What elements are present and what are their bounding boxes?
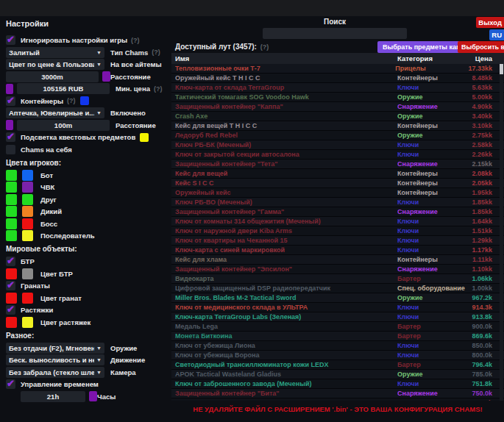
loot-row[interactable]: Тепловизионные очки Т-7Прицелы17.33kk	[171, 64, 504, 74]
loot-row[interactable]: Ключ от медицинского склада в УЛЬТРАКлюч…	[171, 303, 504, 312]
color-swatch[interactable]	[6, 194, 17, 205]
dropdown[interactable]: Беск. выносливость и нет уста▼	[6, 354, 104, 365]
loot-row[interactable]: Ключ-картаКлючи750.0k	[171, 398, 504, 401]
loot-row[interactable]: Ключ-карта с синей маркировкойКлючи1.17k…	[171, 246, 504, 255]
color-swatch[interactable]	[6, 120, 13, 130]
dropdown-value: Залитый	[9, 49, 40, 57]
loot-row[interactable]: Цифровой защищенный DSP радиопередатчикС…	[171, 284, 504, 293]
loot-row[interactable]: Кейс S I C CКонтейнеры2.05kk	[171, 179, 504, 188]
dropdown[interactable]: Цвет по цене & Пользователь▼	[6, 59, 104, 70]
setting-row: Босс	[6, 218, 172, 229]
checkbox[interactable]	[6, 145, 15, 154]
language-button[interactable]: RU	[489, 29, 504, 40]
settings-rows: ✔Игнорировать настройки игры(?)Залитый▼Т…	[6, 35, 172, 402]
drop-all-button[interactable]: Выбросить все	[458, 41, 504, 53]
exit-button[interactable]: Выход	[476, 17, 504, 28]
checkbox[interactable]: ✔	[6, 257, 15, 266]
loot-row[interactable]: Ключ от наружной двери Kiba ArmsКлючи1.5…	[171, 226, 504, 236]
color-swatch[interactable]	[6, 84, 13, 94]
setting-label: Цвет растяжек	[40, 318, 90, 326]
loot-row[interactable]: Защищенный контейнер "Гамма"Снаряжение1.…	[171, 207, 504, 217]
loot-row[interactable]: Защищенный контейнер "Бита"Снаряжение750…	[171, 389, 504, 398]
text-input[interactable]: 100m	[17, 120, 110, 131]
color-swatch[interactable]	[140, 133, 149, 142]
loot-row[interactable]: Кейс для вещей T H I C CКонтейнеры3.10kk	[171, 121, 504, 131]
loot-row[interactable]: Ключ РБ-БК (Меченый)Ключи2.58kk	[171, 140, 504, 150]
loot-row[interactable]: Ледоруб Red RebelОружие2.75kk	[171, 131, 504, 140]
table-scrollbar[interactable]	[500, 64, 503, 401]
color-swatch[interactable]	[22, 218, 33, 229]
color-swatch[interactable]	[6, 317, 17, 328]
loot-name: Ключ-карта от склада TerraGroup	[171, 84, 397, 91]
loot-row[interactable]: Ключ от комнаты 314 общежития (Меченый)К…	[171, 217, 504, 226]
dropdown[interactable]: Аптечка, Ювелирные и...▼	[6, 107, 104, 118]
checkbox[interactable]: ✔	[6, 379, 15, 389]
loot-row[interactable]: Защищенный контейнер "Эпсилон"Снаряжение…	[171, 265, 504, 274]
loot-category: Оружие	[397, 294, 471, 301]
loot-name: Защищенный контейнер "Каппа"	[171, 103, 397, 110]
loot-row[interactable]: APOK Tactical Wasteland GladiusОружие785…	[171, 370, 504, 379]
scrollbar-thumb[interactable]	[500, 64, 503, 74]
text-input[interactable]: 3000m	[6, 71, 99, 82]
loot-row[interactable]: Miller Bros. Blades M-2 Tactical SwordОр…	[171, 293, 504, 303]
color-swatch[interactable]	[22, 194, 33, 205]
color-swatch[interactable]	[22, 268, 33, 279]
checkbox[interactable]: ✔	[6, 305, 15, 315]
loot-row[interactable]: Светодиодный трансиллюминатор кожи LEDXБ…	[171, 360, 504, 370]
loot-row[interactable]: Тактический томагавк SOG Voodoo HawkОруж…	[171, 93, 504, 102]
dropdown[interactable]: Без отдачи (F2), Мгновенное п▼	[6, 343, 104, 354]
loot-row[interactable]: Оружейный кейсКонтейнеры1.95kk	[171, 188, 504, 198]
loot-row[interactable]: Ключ-карта от склада TerraGroupКлючи5.63…	[171, 83, 504, 93]
loot-row[interactable]: Ключ от заброшенного завода (Меченый)Клю…	[171, 379, 504, 389]
loot-row[interactable]: Защищенный контейнер "Тета"Снаряжение2.1…	[171, 160, 504, 169]
loot-row[interactable]: Защищенный контейнер "Каппа"Снаряжение4.…	[171, 102, 504, 112]
color-swatch[interactable]	[80, 96, 89, 105]
loot-row[interactable]: ВидеокартаБартер1.06kk	[171, 274, 504, 284]
checkbox[interactable]: ✔	[6, 96, 15, 106]
color-swatch[interactable]	[22, 182, 33, 193]
search-input[interactable]	[263, 28, 407, 39]
column-header-price[interactable]: Цена	[471, 54, 504, 62]
color-swatch[interactable]	[6, 182, 17, 193]
loot-row[interactable]: Кейс для хламаКонтейнеры1.11kk	[171, 255, 504, 265]
dropdown[interactable]: Залитый▼	[6, 47, 104, 58]
color-swatch[interactable]	[89, 391, 97, 401]
checkbox[interactable]: ✔	[6, 132, 15, 142]
color-swatch[interactable]	[22, 293, 33, 304]
setting-row: Chams на себя	[6, 144, 172, 155]
loot-row[interactable]: Ключ от убежища ЛионаКлючи850.0k	[171, 341, 504, 351]
loot-row[interactable]: Ключ РБ-ВО (Меченый)Ключи1.85kk	[171, 198, 504, 207]
color-swatch[interactable]	[6, 218, 17, 229]
loot-row[interactable]: Медаль LegaБартер900.0k	[171, 322, 504, 332]
loot-row[interactable]: Ключ-карта TerraGroup Labs (Зеленая)Ключ…	[171, 312, 504, 322]
loot-row[interactable]: Оружейный кейс T H I C CКонтейнеры8.48kk	[171, 74, 504, 83]
color-swatch[interactable]	[102, 71, 110, 82]
setting-label: БТР	[21, 257, 35, 265]
loot-row[interactable]: Crash AxeОружие3.40kk	[171, 112, 504, 121]
color-swatch[interactable]	[6, 206, 17, 217]
column-header-name[interactable]: Имя	[171, 54, 397, 62]
loot-row[interactable]: Монета БиткоинаБартер869.6k	[171, 332, 504, 341]
column-header-category[interactable]: Категория	[397, 54, 471, 62]
checkbox[interactable]: ✔	[6, 35, 15, 45]
loot-category: Бартер	[397, 361, 471, 368]
loot-row[interactable]: Ключ от убежища ВоронаКлючи800.0k	[171, 351, 504, 360]
color-swatch[interactable]	[6, 230, 17, 241]
loot-row[interactable]: Ключ от закрытой секции автосалонаКлючи2…	[171, 150, 504, 160]
loot-row[interactable]: Кейс для вещейКонтейнеры2.08kk	[171, 169, 504, 179]
color-swatch[interactable]	[22, 317, 33, 328]
dropdown[interactable]: Без забрала (стекло шлема)▼	[6, 367, 104, 378]
color-swatch[interactable]	[22, 206, 33, 217]
setting-label: Дикий	[40, 207, 62, 215]
loot-row[interactable]: Ключ от квартиры на Чеканной 15Ключи1.29…	[171, 236, 504, 246]
text-input[interactable]: 105156 RUB	[17, 83, 110, 94]
text-input[interactable]: 21h	[21, 391, 85, 402]
color-swatch[interactable]	[22, 170, 33, 181]
color-swatch[interactable]	[22, 230, 33, 241]
loot-name: Ключ от убежища Ворона	[171, 351, 397, 359]
help-badge: (?)	[67, 97, 76, 104]
color-swatch[interactable]	[6, 293, 17, 304]
checkbox[interactable]: ✔	[6, 281, 15, 290]
color-swatch[interactable]	[6, 268, 17, 279]
color-swatch[interactable]	[6, 170, 17, 181]
